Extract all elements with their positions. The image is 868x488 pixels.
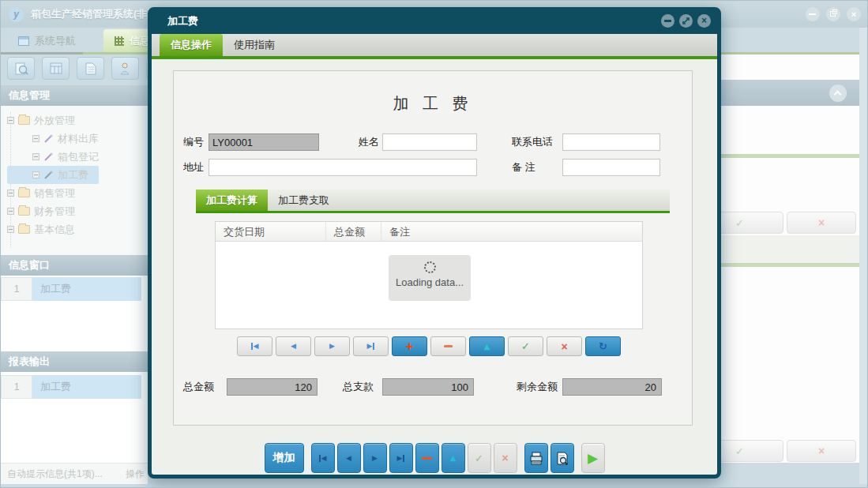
- tree-item-processing-fee-selected[interactable]: 加工费: [7, 166, 99, 184]
- toolbar-table-button[interactable]: [42, 57, 70, 80]
- grid-next-page-button[interactable]: ▶: [314, 336, 350, 356]
- code-label: 编号: [183, 133, 204, 151]
- inner-tab-fee-withdraw[interactable]: 加工费支取: [268, 190, 340, 211]
- total-paid-field: [382, 378, 474, 396]
- grid-refresh-button[interactable]: ↻: [585, 336, 621, 356]
- prev-record-button[interactable]: ◀: [337, 443, 361, 473]
- tool-icon: [43, 133, 54, 144]
- check-icon: ✓: [521, 341, 530, 351]
- tree-item-finance[interactable]: 财务管理: [7, 202, 75, 220]
- main-window-controls: ×: [806, 7, 861, 21]
- edit-record-button[interactable]: ▲: [442, 443, 465, 473]
- expander-icon[interactable]: [7, 208, 14, 215]
- toolbar-search-button[interactable]: [7, 57, 35, 80]
- tool-icon: [43, 170, 54, 180]
- remark-label: 备 注: [512, 159, 535, 176]
- dialog-minimize-button[interactable]: [661, 14, 674, 28]
- grid-first-page-button[interactable]: ◀: [237, 336, 272, 356]
- expander-icon[interactable]: [7, 190, 14, 197]
- info-window-list-item[interactable]: 1 加工费: [1, 276, 148, 301]
- next-page-icon: ▶: [329, 343, 335, 350]
- cancel-record-button[interactable]: ×: [494, 443, 517, 473]
- main-restore-button[interactable]: [826, 7, 840, 21]
- dialog-tabbar: 信息操作 使用指南: [152, 34, 717, 56]
- minimize-icon: [809, 13, 816, 15]
- dialog-tab-guide[interactable]: 使用指南: [223, 34, 286, 56]
- background-cancel-button[interactable]: ×: [787, 212, 856, 234]
- dialog-footer-toolbar: 增加 ◀ ◀ ▶ ▶ ▲ ✓ × ▶: [152, 443, 717, 473]
- next-record-button[interactable]: ▶: [363, 443, 387, 473]
- inner-tab-fee-calc[interactable]: 加工费计算: [196, 190, 268, 211]
- folder-icon: [18, 116, 30, 125]
- tree-item-material-out[interactable]: 材料出库: [32, 130, 99, 148]
- name-field[interactable]: [382, 133, 477, 151]
- first-record-button[interactable]: ◀: [311, 443, 335, 473]
- tree-item-bag-register[interactable]: 箱包登记: [32, 148, 99, 166]
- tree-item-waifang[interactable]: 外放管理: [7, 111, 75, 130]
- dialog-maximize-button[interactable]: [679, 14, 693, 28]
- tree-item-basic-info[interactable]: 基本信息: [7, 220, 75, 238]
- grid-delete-row-button[interactable]: [430, 336, 466, 356]
- grid-confirm-button[interactable]: ✓: [508, 336, 543, 356]
- grid-icon: [115, 36, 124, 46]
- column-total-amount[interactable]: 总金额: [326, 222, 381, 241]
- tree-item-sales[interactable]: 销售管理: [7, 184, 75, 202]
- tool-icon: [43, 152, 54, 162]
- expander-icon[interactable]: [32, 153, 39, 160]
- expander-icon[interactable]: [7, 117, 14, 124]
- remaining-amount-field: [562, 378, 662, 396]
- toolbar-user-button[interactable]: [111, 57, 139, 80]
- print-button[interactable]: [524, 443, 548, 473]
- phone-field[interactable]: [562, 133, 660, 151]
- print-preview-button[interactable]: [550, 443, 574, 473]
- run-button[interactable]: ▶: [581, 443, 605, 473]
- document-icon: [85, 62, 96, 75]
- form-heading: 加 工 费: [174, 93, 692, 114]
- last-record-icon: ▶: [397, 455, 403, 462]
- expander-icon[interactable]: [7, 226, 14, 233]
- grid-pager: ◀ ◀ ▶ ▶ + ▲ ✓ × ↻: [215, 336, 643, 356]
- code-field[interactable]: [209, 133, 319, 151]
- cross-icon: ×: [818, 217, 825, 228]
- dialog-close-button[interactable]: ×: [697, 14, 711, 28]
- first-page-icon: ◀: [254, 343, 259, 350]
- add-record-button[interactable]: 增加: [265, 443, 304, 473]
- remark-field[interactable]: [562, 159, 660, 176]
- main-minimize-button[interactable]: [806, 7, 820, 21]
- grid-edit-row-button[interactable]: ▲: [469, 336, 505, 356]
- dialog-tab-info-operation[interactable]: 信息操作: [160, 34, 223, 56]
- expander-icon[interactable]: [32, 171, 39, 178]
- expander-icon[interactable]: [32, 135, 39, 142]
- check-icon: ✓: [475, 453, 483, 464]
- main-close-button[interactable]: ×: [847, 7, 861, 21]
- column-remark[interactable]: 备注: [381, 222, 642, 241]
- column-delivery-date[interactable]: 交货日期: [216, 222, 326, 241]
- last-record-button[interactable]: ▶: [389, 443, 413, 473]
- total-amount-field: [227, 378, 318, 396]
- inner-tabbar: 加工费计算 加工费支取: [196, 190, 670, 211]
- grid-last-page-button[interactable]: ▶: [353, 336, 389, 356]
- save-record-button[interactable]: ✓: [468, 443, 491, 473]
- grid-prev-page-button[interactable]: ◀: [276, 336, 311, 356]
- cross-icon: ×: [502, 452, 508, 464]
- grid-cancel-button[interactable]: ×: [547, 336, 582, 356]
- remove-icon: [422, 457, 432, 460]
- add-icon: +: [406, 340, 414, 353]
- toolbar-document-button[interactable]: [77, 57, 104, 80]
- report-output-list-item[interactable]: 1 加工费: [1, 372, 148, 399]
- grid-add-row-button[interactable]: +: [392, 336, 427, 356]
- collapse-panel-button[interactable]: [829, 84, 847, 102]
- section-header-info-manage: 信息管理: [1, 85, 148, 106]
- background-cancel-button-2[interactable]: ×: [787, 440, 856, 462]
- dialog-titlebar[interactable]: 加工费 ×: [152, 10, 717, 34]
- total-amount-label: 总金额: [183, 378, 214, 396]
- up-triangle-icon: ▲: [484, 343, 490, 351]
- delete-record-button[interactable]: [415, 443, 439, 473]
- tab-system-nav[interactable]: 系统导航: [7, 29, 87, 52]
- folder-icon: [18, 189, 30, 197]
- cross-icon: ×: [818, 445, 825, 456]
- print-preview-icon: [555, 452, 569, 465]
- list-item-index: 1: [1, 375, 32, 399]
- check-icon: ✓: [735, 218, 744, 228]
- address-field[interactable]: [209, 159, 477, 176]
